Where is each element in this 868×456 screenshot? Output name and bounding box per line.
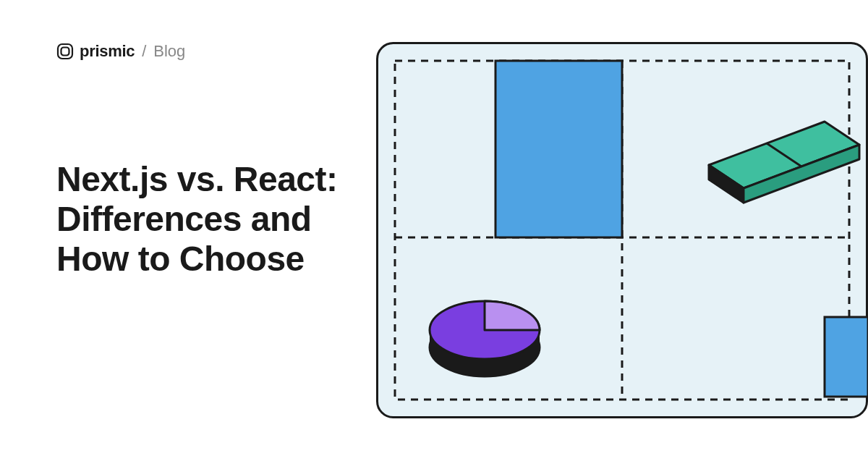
prismic-logo-icon [56, 43, 74, 60]
header: prismic / Blog [56, 42, 185, 61]
brand-name: prismic [80, 42, 135, 61]
breadcrumb-separator: / [142, 42, 146, 61]
svg-rect-0 [58, 44, 72, 59]
svg-rect-10 [825, 317, 868, 397]
svg-rect-1 [61, 48, 69, 56]
page-title: Next.js vs. React: Differences and How t… [56, 159, 375, 279]
disc-shape-icon [430, 301, 540, 376]
decorative-illustration [376, 42, 868, 418]
brand-logo: prismic [56, 42, 135, 61]
svg-rect-6 [495, 61, 622, 237]
section-label: Blog [153, 42, 185, 61]
